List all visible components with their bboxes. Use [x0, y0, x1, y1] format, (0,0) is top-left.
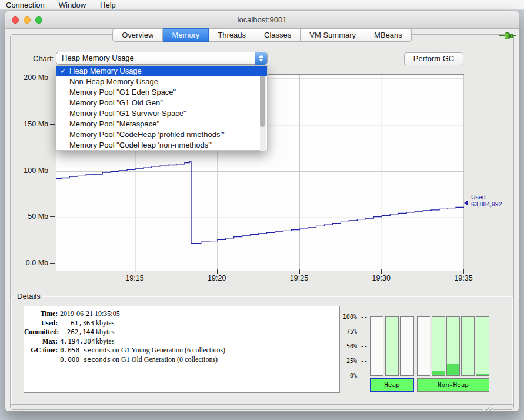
dropdown-option[interactable]: Non-Heap Memory Usage	[56, 76, 267, 87]
pool-chart-pct-label: 25% --	[341, 358, 368, 364]
pool-usage-bar	[476, 316, 489, 376]
x-tick-label: 19:30	[366, 274, 396, 282]
pool-chart-pct-label: 50% --	[341, 343, 368, 349]
tab-mbeans[interactable]: MBeans	[365, 28, 412, 42]
dropdown-option[interactable]: Memory Pool "Metaspace"	[56, 119, 267, 129]
dropdown-option[interactable]: Memory Pool "G1 Survivor Space"	[56, 108, 267, 119]
details-row: Committed:262,144 kbytes	[24, 328, 339, 337]
chart-select-combobox[interactable]: Heap Memory Usage	[56, 52, 268, 65]
tab-vm-summary[interactable]: VM Summary	[301, 28, 365, 42]
x-tick-label: 19:15	[120, 274, 149, 282]
window-titlebar[interactable]: localhost:9001	[5, 11, 519, 29]
chart-select-value: Heap Memory Usage	[62, 54, 134, 62]
y-tick	[50, 171, 55, 171]
y-tick	[50, 216, 55, 217]
x-tick	[135, 269, 135, 274]
pool-usage-bar	[461, 316, 475, 376]
tab-classes[interactable]: Classes	[255, 28, 301, 42]
pool-usage-bar	[385, 316, 399, 376]
pool-usage-bar	[432, 316, 445, 376]
tab-threads[interactable]: Threads	[209, 28, 255, 42]
details-group-title: Details	[15, 292, 43, 301]
dropdown-option[interactable]: Memory Pool "CodeHeap 'profiled nmethods…	[56, 129, 267, 140]
used-series-marker-icon	[464, 201, 468, 205]
x-tick	[299, 269, 300, 274]
y-tick	[50, 263, 55, 264]
y-tick-label: 50 Mb	[13, 212, 48, 221]
tab-overview[interactable]: Overview	[112, 28, 163, 42]
x-tick	[381, 269, 382, 274]
tab-memory[interactable]: Memory	[163, 28, 209, 42]
y-tick-label: 150 Mb	[13, 120, 48, 128]
pool-button-non-heap[interactable]: Non-Heap	[417, 378, 489, 392]
pool-button-heap[interactable]: Heap	[370, 378, 414, 392]
selected-option-checkmark-icon: ✓	[60, 66, 66, 76]
pool-chart-pct-label: 75% --	[341, 328, 368, 335]
details-row: Max:4,194,304 kbytes	[24, 337, 339, 346]
pool-usage-bar	[446, 316, 460, 376]
menu-window[interactable]: Window	[59, 1, 86, 9]
pool-chart-pct-label: 0% --	[341, 372, 368, 379]
x-tick-label: 19:20	[202, 274, 232, 282]
x-tick	[463, 269, 464, 274]
x-tick	[217, 269, 218, 274]
y-tick-label: 100 Mb	[13, 166, 48, 175]
menu-connection[interactable]: Connection	[6, 1, 45, 9]
details-row: Used:61,363 kbytes	[24, 319, 339, 328]
dropdown-option[interactable]: Memory Pool "CodeHeap 'non-nmethods'"	[56, 140, 267, 151]
menu-help[interactable]: Help	[100, 1, 116, 9]
details-row: GC time:0.050 seconds on G1 Young Genera…	[24, 346, 339, 355]
pool-chart-pct-label: 100% --	[341, 314, 368, 320]
details-row: Time:2019-06-21 19:35:05	[24, 309, 339, 319]
dropdown-option[interactable]: Memory Pool "G1 Old Gen"	[56, 98, 267, 108]
tab-bar: OverviewMemoryThreadsClassesVM SummaryMB…	[0, 28, 524, 42]
perform-gc-button[interactable]: Perform GC	[404, 52, 463, 65]
pool-usage-bar	[400, 316, 414, 376]
dropdown-option[interactable]: ✓Heap Memory Usage	[56, 66, 267, 76]
x-tick-label: 19:35	[449, 274, 478, 282]
used-series-label: Used 63,884,992	[471, 194, 502, 208]
y-tick-label: 0.0 Mb	[13, 259, 48, 267]
y-tick	[50, 78, 55, 78]
pool-usage-bar	[370, 316, 383, 376]
pool-usage-bar	[417, 316, 430, 376]
chart-select-dropdown: ✓Heap Memory UsageNon-Heap Memory UsageM…	[56, 65, 268, 151]
window-title: localhost:9001	[5, 15, 519, 24]
dropdown-option[interactable]: Memory Pool "G1 Eden Space"	[56, 87, 267, 98]
x-tick-label: 19:25	[285, 274, 314, 282]
chart-select-label: Chart:	[33, 54, 54, 63]
y-tick	[50, 124, 55, 125]
y-tick-label: 200 Mb	[13, 74, 48, 82]
details-row: 0.000 seconds on G1 Old Generation (0 co…	[24, 355, 339, 365]
combobox-stepper-icon[interactable]	[255, 52, 267, 65]
menu-bar: ConnectionWindowHelp	[0, 0, 524, 10]
details-info-box: Time:2019-06-21 19:35:05Used:61,363 kbyt…	[24, 306, 340, 393]
